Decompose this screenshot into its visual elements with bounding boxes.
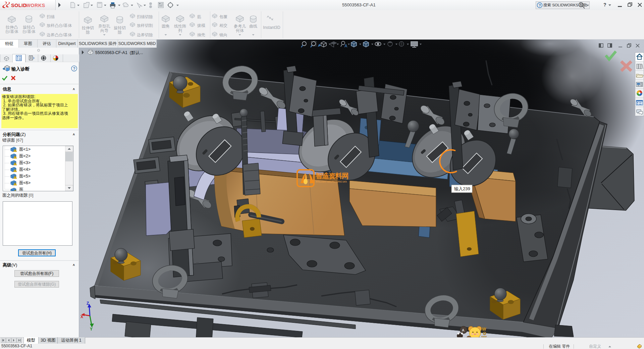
svg-text:A: A: [462, 328, 465, 332]
svg-text:面<1>: 面<1>: [19, 147, 31, 152]
svg-text:包覆: 包覆: [219, 14, 227, 19]
svg-text:何体: 何体: [236, 28, 244, 33]
svg-text:面<5>: 面<5>: [19, 174, 31, 179]
svg-text:旋转切: 旋转切: [114, 26, 126, 30]
svg-text:抽壳: 抽壳: [197, 33, 205, 37]
svg-text:台/基体: 台/基体: [22, 29, 35, 34]
svg-text:台/基体: 台/基体: [5, 29, 18, 34]
svg-text:扫描: 扫描: [47, 14, 55, 19]
svg-text:INTELLIGENT MANUFACTURING DATA: INTELLIGENT MANUFACTURING DATA: [316, 181, 347, 183]
svg-text:Instant3D: Instant3D: [263, 25, 280, 30]
svg-text:Y: Y: [90, 327, 93, 332]
svg-text:SOLID: SOLID: [11, 3, 26, 8]
svg-text:面<4>: 面<4>: [19, 167, 31, 172]
svg-text:拉伸凸: 拉伸凸: [5, 25, 18, 30]
svg-text:异型孔: 异型孔: [98, 24, 110, 29]
svg-text:?: ?: [73, 66, 75, 71]
svg-text:筋: 筋: [197, 14, 201, 19]
svg-text:参考几: 参考几: [234, 24, 246, 29]
svg-text:镜向: 镜向: [219, 33, 227, 37]
svg-text:圆角: 圆角: [162, 24, 170, 29]
svg-text:扫描切除: 扫描切除: [137, 14, 153, 19]
svg-text:Z: Z: [87, 301, 89, 306]
svg-text:放样凸台/基体: 放样凸台/基体: [47, 23, 72, 28]
svg-text:拉伸切: 拉伸切: [82, 26, 94, 30]
svg-text:W: W: [482, 327, 486, 332]
svg-text:面<2>: 面<2>: [19, 154, 31, 158]
svg-text:?: ?: [539, 3, 541, 7]
svg-text:面: 面: [19, 187, 23, 191]
svg-text:A: A: [344, 44, 347, 48]
svg-text:旋转凸: 旋转凸: [23, 25, 35, 30]
svg-text:输入239: 输入239: [454, 186, 470, 191]
svg-text:相交: 相交: [219, 23, 227, 28]
svg-text:智造资料网: 智造资料网: [315, 172, 348, 180]
svg-text:曲线: 曲线: [249, 24, 257, 29]
svg-text:线性阵: 线性阵: [174, 24, 186, 29]
svg-text:边界凸台/基体: 边界凸台/基体: [47, 33, 72, 37]
svg-text:除: 除: [86, 30, 90, 35]
svg-text:X: X: [80, 314, 83, 319]
svg-text:列: 列: [178, 28, 182, 33]
svg-text:边界切除: 边界切除: [137, 33, 153, 37]
svg-text:面<6>: 面<6>: [19, 181, 31, 185]
svg-text:除: 除: [118, 30, 122, 35]
svg-text:放样切割: 放样切割: [137, 23, 153, 28]
svg-text:向导: 向导: [100, 28, 108, 33]
svg-text:拔模: 拔模: [197, 23, 205, 28]
svg-text:面<3>: 面<3>: [19, 160, 31, 165]
svg-text:WORKS: WORKS: [26, 3, 45, 8]
